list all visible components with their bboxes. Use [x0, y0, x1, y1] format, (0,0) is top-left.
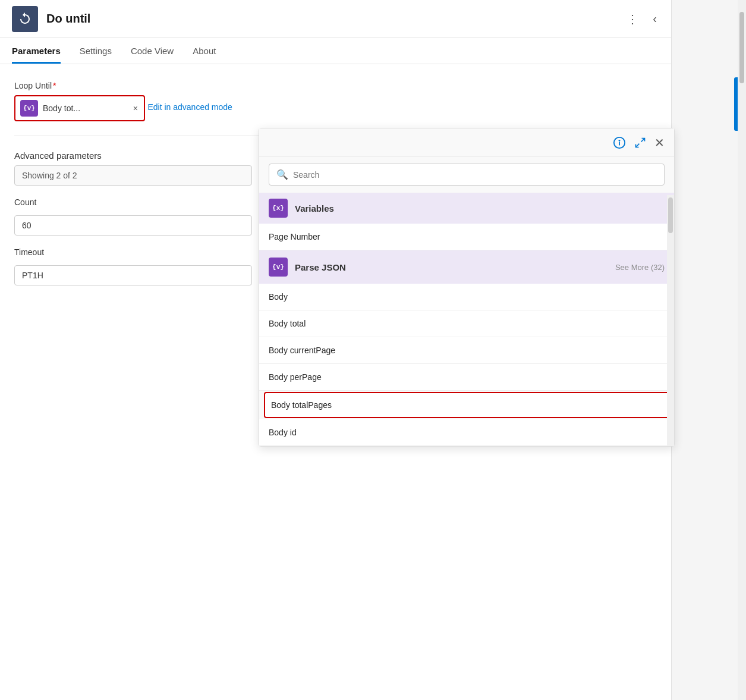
see-more-text: See More (32) — [615, 263, 665, 272]
chip-label-text: Body tot... — [43, 103, 127, 113]
parse-json-label: Parse JSON — [295, 262, 346, 272]
search-input[interactable] — [293, 170, 657, 180]
body-total-item[interactable]: Body total — [259, 310, 674, 337]
scrollbar-thumb — [739, 12, 744, 83]
svg-line-3 — [641, 139, 645, 142]
showing-count: Showing 2 of 2 — [14, 165, 252, 186]
expression-list: {x} Variables Page Number {v} Parse JSON… — [259, 193, 674, 446]
tab-settings[interactable]: Settings — [80, 46, 112, 64]
info-button[interactable] — [613, 136, 626, 149]
expression-panel-header: ✕ — [259, 128, 674, 156]
panel-header: Do until ⋮ ‹ — [0, 0, 671, 38]
body-current-page-item[interactable]: Body currentPage — [259, 337, 674, 364]
page-number-item[interactable]: Page Number — [259, 224, 674, 250]
tab-parameters[interactable]: Parameters — [12, 46, 61, 64]
search-icon: 🔍 — [276, 169, 288, 180]
close-panel-button[interactable]: ✕ — [654, 136, 665, 150]
chip-close-button[interactable]: × — [132, 103, 139, 113]
tab-code-view[interactable]: Code View — [131, 46, 174, 64]
variables-label: Variables — [295, 203, 334, 214]
page-scrollbar[interactable] — [738, 0, 746, 700]
more-options-button[interactable]: ⋮ — [624, 10, 641, 29]
parse-json-section-header[interactable]: {v} Parse JSON See More (32) — [259, 250, 674, 284]
body-id-item[interactable]: Body id — [259, 419, 674, 446]
svg-line-4 — [636, 144, 640, 147]
body-per-page-item[interactable]: Body perPage — [259, 364, 674, 391]
timeout-input[interactable] — [14, 265, 252, 285]
body-item[interactable]: Body — [259, 284, 674, 310]
variables-icon: {x} — [269, 199, 288, 218]
panel-title: Do until — [46, 12, 90, 26]
expression-picker-panel: ✕ 🔍 {x} Variables Page Number {v} Parse … — [259, 128, 675, 447]
tab-about[interactable]: About — [193, 46, 216, 64]
expand-button[interactable] — [634, 137, 646, 149]
collapse-button[interactable]: ‹ — [650, 10, 659, 28]
search-bar: 🔍 — [269, 164, 665, 186]
panel-scrollbar-thumb — [668, 197, 673, 233]
count-input[interactable] — [14, 215, 252, 236]
tab-bar: Parameters Settings Code View About — [0, 38, 671, 64]
loop-until-field: {v} Body tot... × — [14, 95, 145, 121]
body-total-pages-item[interactable]: Body totalPages — [264, 392, 669, 418]
do-until-icon — [12, 6, 38, 32]
loop-until-label: Loop Until* — [14, 81, 657, 90]
variables-section-header[interactable]: {x} Variables — [259, 193, 674, 224]
var-chip-icon: {v} — [20, 100, 38, 117]
edit-advanced-mode-link[interactable]: Edit in advanced mode — [147, 102, 232, 112]
panel-scrollbar[interactable] — [667, 195, 674, 446]
parse-json-icon: {v} — [269, 258, 288, 277]
